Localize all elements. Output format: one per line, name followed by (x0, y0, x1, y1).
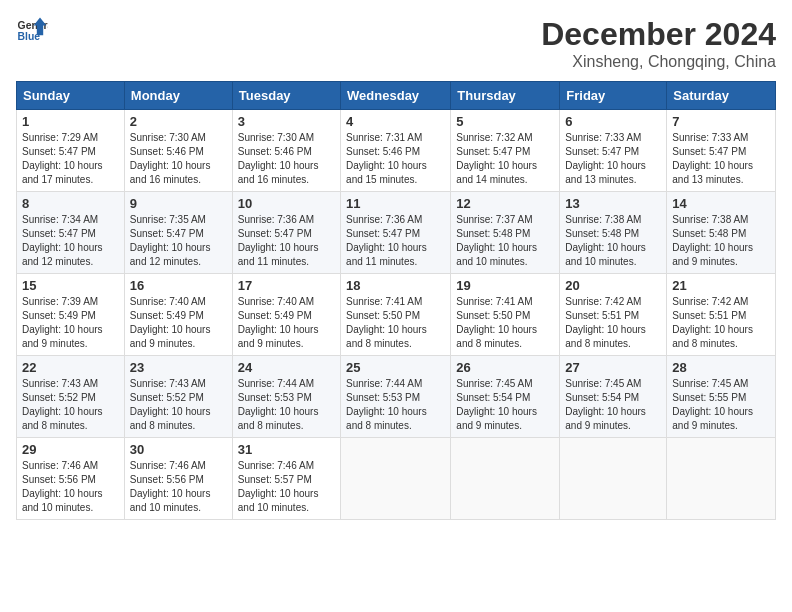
calendar-header-row: SundayMondayTuesdayWednesdayThursdayFrid… (17, 82, 776, 110)
calendar-day-1: 1Sunrise: 7:29 AMSunset: 5:47 PMDaylight… (17, 110, 125, 192)
calendar-day-5: 5Sunrise: 7:32 AMSunset: 5:47 PMDaylight… (451, 110, 560, 192)
logo-icon: General Blue (16, 16, 48, 44)
calendar-week-4: 29Sunrise: 7:46 AMSunset: 5:56 PMDayligh… (17, 438, 776, 520)
calendar-day-15: 15Sunrise: 7:39 AMSunset: 5:49 PMDayligh… (17, 274, 125, 356)
calendar-day-8: 8Sunrise: 7:34 AMSunset: 5:47 PMDaylight… (17, 192, 125, 274)
calendar-week-2: 15Sunrise: 7:39 AMSunset: 5:49 PMDayligh… (17, 274, 776, 356)
calendar-day-25: 25Sunrise: 7:44 AMSunset: 5:53 PMDayligh… (341, 356, 451, 438)
header-monday: Monday (124, 82, 232, 110)
calendar-empty-cell (667, 438, 776, 520)
calendar-week-1: 8Sunrise: 7:34 AMSunset: 5:47 PMDaylight… (17, 192, 776, 274)
location: Xinsheng, Chongqing, China (541, 53, 776, 71)
calendar-day-17: 17Sunrise: 7:40 AMSunset: 5:49 PMDayligh… (232, 274, 340, 356)
calendar-day-24: 24Sunrise: 7:44 AMSunset: 5:53 PMDayligh… (232, 356, 340, 438)
calendar-table: SundayMondayTuesdayWednesdayThursdayFrid… (16, 81, 776, 520)
calendar-day-7: 7Sunrise: 7:33 AMSunset: 5:47 PMDaylight… (667, 110, 776, 192)
calendar-day-16: 16Sunrise: 7:40 AMSunset: 5:49 PMDayligh… (124, 274, 232, 356)
calendar-week-3: 22Sunrise: 7:43 AMSunset: 5:52 PMDayligh… (17, 356, 776, 438)
calendar-week-0: 1Sunrise: 7:29 AMSunset: 5:47 PMDaylight… (17, 110, 776, 192)
calendar-day-2: 2Sunrise: 7:30 AMSunset: 5:46 PMDaylight… (124, 110, 232, 192)
calendar-day-14: 14Sunrise: 7:38 AMSunset: 5:48 PMDayligh… (667, 192, 776, 274)
calendar-day-23: 23Sunrise: 7:43 AMSunset: 5:52 PMDayligh… (124, 356, 232, 438)
header-thursday: Thursday (451, 82, 560, 110)
calendar-empty-cell (451, 438, 560, 520)
calendar-empty-cell (341, 438, 451, 520)
calendar-day-10: 10Sunrise: 7:36 AMSunset: 5:47 PMDayligh… (232, 192, 340, 274)
calendar-day-13: 13Sunrise: 7:38 AMSunset: 5:48 PMDayligh… (560, 192, 667, 274)
header-saturday: Saturday (667, 82, 776, 110)
calendar-day-26: 26Sunrise: 7:45 AMSunset: 5:54 PMDayligh… (451, 356, 560, 438)
calendar-day-31: 31Sunrise: 7:46 AMSunset: 5:57 PMDayligh… (232, 438, 340, 520)
calendar-day-29: 29Sunrise: 7:46 AMSunset: 5:56 PMDayligh… (17, 438, 125, 520)
header-friday: Friday (560, 82, 667, 110)
calendar-day-30: 30Sunrise: 7:46 AMSunset: 5:56 PMDayligh… (124, 438, 232, 520)
calendar-day-11: 11Sunrise: 7:36 AMSunset: 5:47 PMDayligh… (341, 192, 451, 274)
calendar-day-12: 12Sunrise: 7:37 AMSunset: 5:48 PMDayligh… (451, 192, 560, 274)
calendar-day-27: 27Sunrise: 7:45 AMSunset: 5:54 PMDayligh… (560, 356, 667, 438)
calendar-day-21: 21Sunrise: 7:42 AMSunset: 5:51 PMDayligh… (667, 274, 776, 356)
calendar-day-28: 28Sunrise: 7:45 AMSunset: 5:55 PMDayligh… (667, 356, 776, 438)
calendar-day-4: 4Sunrise: 7:31 AMSunset: 5:46 PMDaylight… (341, 110, 451, 192)
header-sunday: Sunday (17, 82, 125, 110)
logo: General Blue (16, 16, 48, 44)
calendar-day-9: 9Sunrise: 7:35 AMSunset: 5:47 PMDaylight… (124, 192, 232, 274)
calendar-day-19: 19Sunrise: 7:41 AMSunset: 5:50 PMDayligh… (451, 274, 560, 356)
calendar-day-3: 3Sunrise: 7:30 AMSunset: 5:46 PMDaylight… (232, 110, 340, 192)
calendar-day-18: 18Sunrise: 7:41 AMSunset: 5:50 PMDayligh… (341, 274, 451, 356)
calendar-empty-cell (560, 438, 667, 520)
calendar-day-22: 22Sunrise: 7:43 AMSunset: 5:52 PMDayligh… (17, 356, 125, 438)
header-wednesday: Wednesday (341, 82, 451, 110)
page-header: General Blue December 2024 Xinsheng, Cho… (16, 16, 776, 71)
month-title: December 2024 (541, 16, 776, 53)
title-section: December 2024 Xinsheng, Chongqing, China (541, 16, 776, 71)
calendar-day-20: 20Sunrise: 7:42 AMSunset: 5:51 PMDayligh… (560, 274, 667, 356)
header-tuesday: Tuesday (232, 82, 340, 110)
calendar-day-6: 6Sunrise: 7:33 AMSunset: 5:47 PMDaylight… (560, 110, 667, 192)
